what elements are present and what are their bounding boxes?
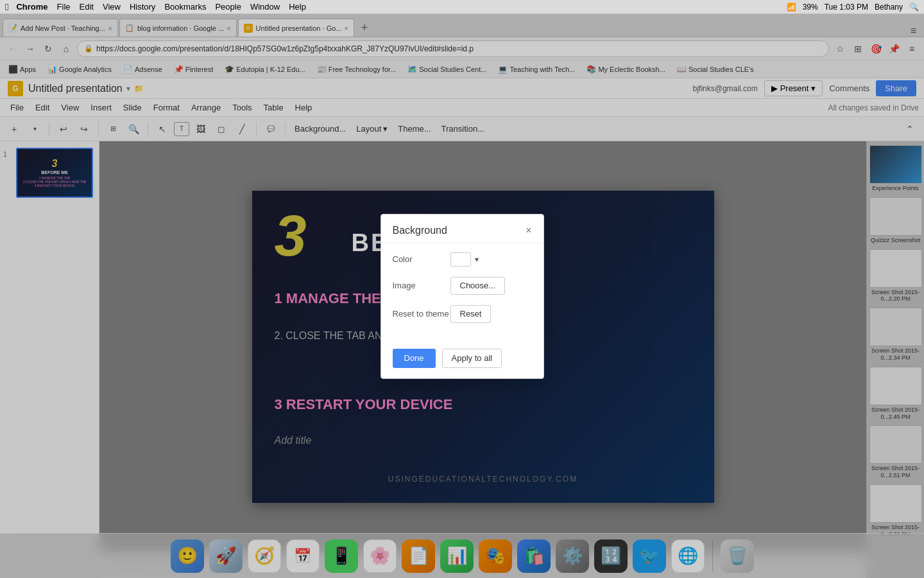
modal-footer: Done Apply to all [381,342,543,378]
modal-overlay[interactable]: Background × Color ▾ Image Choose... Res… [0,14,924,578]
modal-close-button[interactable]: × [526,225,531,236]
user-name: Bethany [875,3,903,12]
color-picker-group: ▾ [450,252,479,267]
menubar-right: 📶 39% Tue 1:03 PM Bethany 🔍 [787,3,919,12]
choose-image-button[interactable]: Choose... [450,277,506,295]
done-button[interactable]: Done [393,349,436,368]
edit-menu[interactable]: Edit [80,2,94,12]
wifi-icon: 📶 [787,3,796,12]
apply-to-all-button[interactable]: Apply to all [442,349,502,368]
file-menu[interactable]: File [57,2,71,12]
color-row: Color ▾ [393,252,532,267]
color-picker-swatch[interactable] [450,252,471,267]
color-label: Color [393,254,450,264]
search-icon[interactable]: 🔍 [909,3,919,12]
modal-body: Color ▾ Image Choose... Reset to theme R… [381,243,543,342]
help-menu[interactable]: Help [289,2,306,12]
modal-header: Background × [381,215,543,243]
image-row: Image Choose... [393,277,532,295]
clock: Tue 1:03 PM [825,3,868,12]
reset-button[interactable]: Reset [450,305,492,323]
reset-to-theme-label: Reset to theme [393,309,450,319]
apple-menu[interactable]:  [5,1,8,12]
people-menu[interactable]: People [215,2,241,12]
image-label: Image [393,281,450,290]
color-dropdown-arrow[interactable]: ▾ [475,255,479,264]
battery-status: 39% [803,3,818,12]
reset-row: Reset to theme Reset [393,305,532,323]
background-modal: Background × Color ▾ Image Choose... Res… [381,214,544,379]
view-menu[interactable]: View [103,2,121,12]
window-menu[interactable]: Window [250,2,280,12]
bookmarks-menu[interactable]: Bookmarks [164,2,206,12]
mac-menubar:  Chrome File Edit View History Bookmark… [0,0,924,14]
history-menu[interactable]: History [130,2,155,12]
chrome-menu[interactable]: Chrome [16,2,47,12]
modal-title: Background [393,225,447,236]
